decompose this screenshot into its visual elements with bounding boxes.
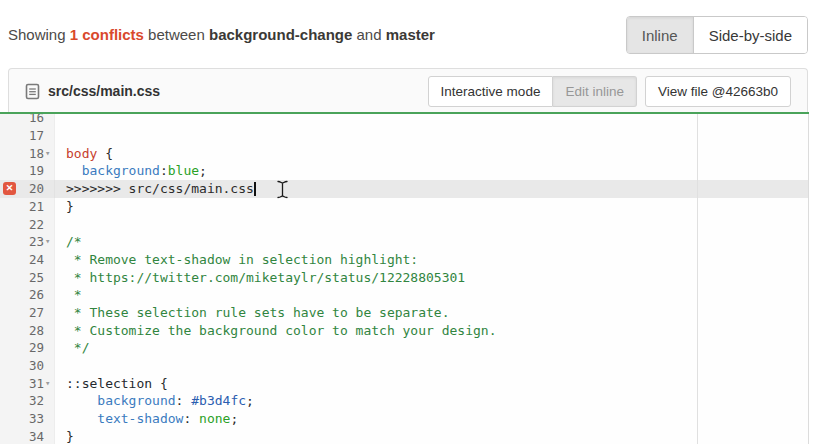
code-lines-container: 161718▾body {19 background:blue;20✕>>>>>… — [0, 114, 808, 444]
line-number: 23 — [29, 234, 44, 249]
code-token: #b3d4fc — [191, 393, 246, 408]
code-line-21[interactable]: 21} — [0, 198, 808, 216]
code-line-31[interactable]: 31▾::selection { — [0, 375, 808, 393]
code-line-text[interactable] — [55, 114, 66, 127]
code-line-29[interactable]: 29 */ — [0, 339, 808, 357]
interactive-mode-button[interactable]: Interactive mode — [428, 76, 554, 107]
gutter-cell: 27 — [0, 304, 55, 322]
code-line-text[interactable] — [55, 357, 66, 375]
fold-toggle-icon[interactable]: ▾ — [45, 233, 54, 251]
code-line-25[interactable]: 25 * https://twitter.com/miketaylr/statu… — [0, 269, 808, 287]
code-line-text[interactable]: >>>>>>> src/css/main.css — [55, 180, 256, 198]
code-line-33[interactable]: 33 text-shadow: none; — [0, 410, 808, 428]
code-line-22[interactable]: 22 — [0, 216, 808, 234]
code-line-text[interactable]: * — [55, 286, 82, 304]
code-line-32[interactable]: 32 background: #b3d4fc; — [0, 392, 808, 410]
gutter-cell: 22 — [0, 216, 55, 234]
toggle-inline-button[interactable]: Inline — [627, 17, 693, 53]
code-token: * https://twitter.com/miketaylr/status/1… — [66, 270, 465, 285]
code-token: ; — [230, 411, 238, 426]
file-icon — [25, 83, 40, 100]
code-line-30[interactable]: 30 — [0, 357, 808, 375]
conflict-summary: Showing 1 conflicts between background-c… — [8, 26, 435, 43]
gutter-cell: 20✕ — [0, 180, 55, 198]
toggle-side-by-side-button[interactable]: Side-by-side — [693, 17, 807, 53]
code-line-text[interactable]: body { — [55, 145, 113, 163]
summary-between: between — [148, 26, 205, 43]
text-cursor — [254, 182, 256, 196]
gutter-cell: 16 — [0, 114, 55, 127]
code-line-16[interactable]: 16 — [0, 114, 808, 127]
code-line-text[interactable]: * Customize the background color to matc… — [55, 322, 496, 340]
code-token: * Remove text-shadow in selection highli… — [66, 252, 418, 267]
code-line-34[interactable]: 34} — [0, 428, 808, 444]
code-token: * Customize the background color to matc… — [66, 323, 496, 338]
code-token: : — [183, 411, 199, 426]
line-number: 30 — [29, 358, 44, 373]
code-line-text[interactable]: background: #b3d4fc; — [55, 392, 254, 410]
gutter-cell: 29 — [0, 339, 55, 357]
line-number: 17 — [29, 128, 44, 143]
code-token: : — [160, 163, 168, 178]
code-line-text[interactable]: */ — [55, 339, 89, 357]
summary-prefix: Showing — [8, 26, 66, 43]
line-number: 20 — [29, 181, 44, 196]
code-token: background — [82, 163, 160, 178]
gutter-cell: 17 — [0, 127, 55, 145]
gutter-cell: 33 — [0, 410, 55, 428]
code-editor[interactable]: 161718▾body {19 background:blue;20✕>>>>>… — [0, 114, 809, 444]
code-line-text[interactable]: * https://twitter.com/miketaylr/status/1… — [55, 269, 465, 287]
code-line-18[interactable]: 18▾body { — [0, 145, 808, 163]
code-line-27[interactable]: 27 * These selection rule sets have to b… — [0, 304, 808, 322]
line-number: 34 — [29, 429, 44, 444]
code-line-text[interactable]: } — [55, 198, 74, 216]
code-line-17[interactable]: 17 — [0, 127, 808, 145]
code-line-text[interactable]: /* — [55, 233, 82, 251]
line-number: 16 — [29, 114, 44, 125]
gutter-cell: 19 — [0, 162, 55, 180]
code-token: /* — [66, 234, 82, 249]
line-number: 21 — [29, 199, 44, 214]
line-number: 33 — [29, 411, 44, 426]
code-line-text[interactable]: background:blue; — [55, 162, 207, 180]
conflict-editor-page: Showing 1 conflicts between background-c… — [0, 0, 816, 444]
view-file-button[interactable]: View file @42663b0 — [645, 76, 791, 107]
code-line-28[interactable]: 28 * Customize the background color to m… — [0, 322, 808, 340]
file-title: src/css/main.css — [25, 83, 160, 100]
code-line-text[interactable]: text-shadow: none; — [55, 410, 238, 428]
code-token: } — [66, 199, 74, 214]
code-token: * — [66, 287, 82, 302]
code-line-26[interactable]: 26 * — [0, 286, 808, 304]
code-line-text[interactable] — [55, 216, 66, 234]
summary-and: and — [357, 26, 382, 43]
fold-toggle-icon[interactable]: ▾ — [45, 145, 54, 163]
code-line-23[interactable]: 23▾/* — [0, 233, 808, 251]
gutter-cell: 34 — [0, 428, 55, 444]
gutter-cell: 30 — [0, 357, 55, 375]
fold-toggle-icon[interactable]: ▾ — [45, 375, 54, 393]
edit-inline-button[interactable]: Edit inline — [553, 76, 637, 107]
code-token: */ — [66, 340, 89, 355]
line-number: 27 — [29, 305, 44, 320]
line-number: 32 — [29, 393, 44, 408]
code-line-19[interactable]: 19 background:blue; — [0, 162, 808, 180]
code-token: ; — [199, 163, 207, 178]
code-line-text[interactable] — [55, 127, 66, 145]
code-line-text[interactable]: ::selection { — [55, 375, 168, 393]
code-token: * These selection rule sets have to be s… — [66, 305, 450, 320]
code-line-24[interactable]: 24 * Remove text-shadow in selection hig… — [0, 251, 808, 269]
gutter-cell: 25 — [0, 269, 55, 287]
code-token: background — [97, 393, 175, 408]
code-token — [66, 411, 97, 426]
code-line-20[interactable]: 20✕>>>>>>> src/css/main.css — [0, 180, 808, 198]
code-line-text[interactable]: * Remove text-shadow in selection highli… — [55, 251, 418, 269]
conflict-error-icon: ✕ — [3, 182, 16, 195]
code-token — [66, 393, 97, 408]
code-line-text[interactable]: * These selection rule sets have to be s… — [55, 304, 450, 322]
code-token: { — [97, 146, 113, 161]
gutter-cell: 18▾ — [0, 145, 55, 163]
code-line-text[interactable]: } — [55, 428, 74, 444]
code-token: none — [199, 411, 230, 426]
gutter-cell: 21 — [0, 198, 55, 216]
editor-margin-line — [697, 114, 698, 444]
